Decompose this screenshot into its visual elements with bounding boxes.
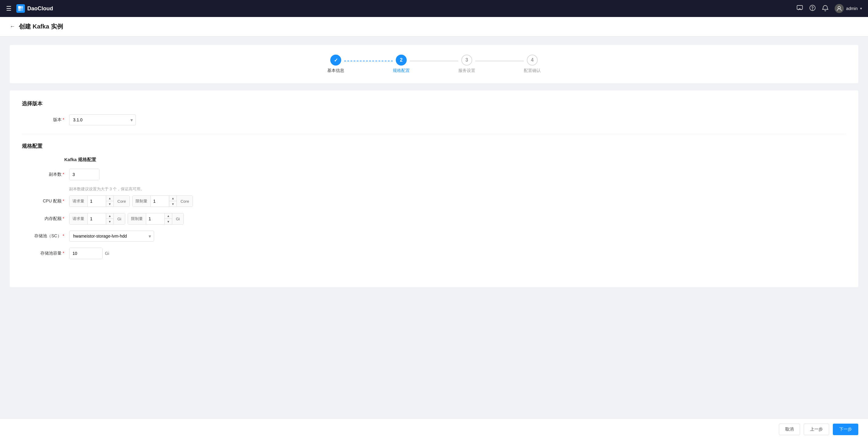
memory-limit-unit: Gi xyxy=(172,213,184,224)
user-menu[interactable]: admin ▾ xyxy=(835,4,862,13)
choose-version-title: 选择版本 xyxy=(22,100,846,107)
step-line-1 xyxy=(344,61,393,61)
replica-input-wrapper[interactable]: ▲ ▼ xyxy=(69,169,99,180)
prev-button[interactable]: 上一步 xyxy=(804,423,829,435)
cpu-limit-label: 限制量 xyxy=(132,196,151,207)
content-card: 选择版本 版本 3.1.0 3.0.0 2.8.1 ▾ 规格配置 Kafka 规… xyxy=(10,90,858,287)
step-1-circle: ✓ xyxy=(330,55,341,65)
logo-icon xyxy=(17,4,25,13)
memory-limit-decrement[interactable]: ▼ xyxy=(165,219,172,224)
cancel-button[interactable]: 取消 xyxy=(779,423,800,435)
memory-request-label: 请求量 xyxy=(69,213,88,224)
breadcrumb: ← 创建 Kafka 实例 xyxy=(0,17,868,36)
step-1: ✓ 基本信息 xyxy=(327,55,344,74)
version-select-wrapper[interactable]: 3.1.0 3.0.0 2.8.1 ▾ xyxy=(69,114,136,125)
back-button[interactable]: ← xyxy=(10,23,15,30)
storage-pool-row: 存储池（SC） hwameistor-storage-lvm-hdd defau… xyxy=(22,231,846,241)
cpu-request-input[interactable] xyxy=(88,196,106,207)
spec-config-title: 规格配置 xyxy=(22,143,846,150)
step-1-label: 基本信息 xyxy=(327,68,344,74)
notification-icon[interactable] xyxy=(822,5,829,13)
cpu-row: CPU 配额 请求量 ▲ ▼ Core 限制量 xyxy=(22,196,846,207)
replica-row: 副本数 ▲ ▼ xyxy=(22,169,846,180)
step-line-2 xyxy=(410,61,458,61)
cpu-request-label: 请求量 xyxy=(69,196,88,207)
memory-request-box[interactable]: 请求量 ▲ ▼ Gi xyxy=(69,213,125,225)
cpu-resource-group: 请求量 ▲ ▼ Core 限制量 ▲ ▼ xyxy=(69,196,193,207)
memory-request-increment[interactable]: ▲ xyxy=(106,213,114,219)
memory-request-unit: Gi xyxy=(114,213,125,224)
step-4-label: 配置确认 xyxy=(524,68,541,74)
storage-pool-label: 存储池（SC） xyxy=(22,233,64,239)
menu-icon[interactable]: ☰ xyxy=(6,5,11,12)
step-2-label: 规格配置 xyxy=(393,68,410,74)
cpu-limit-unit: Core xyxy=(177,196,193,207)
memory-label: 内存配额 xyxy=(22,216,64,222)
version-label: 版本 xyxy=(22,117,64,123)
version-select[interactable]: 3.1.0 3.0.0 2.8.1 xyxy=(69,114,136,125)
step-2-circle: 2 xyxy=(396,55,407,65)
storage-capacity-input-wrapper[interactable]: ▲ ▼ xyxy=(69,247,102,259)
step-3-circle: 3 xyxy=(461,55,472,65)
memory-limit-spinners: ▲ ▼ xyxy=(164,213,172,224)
divider-1 xyxy=(22,134,846,134)
footer: 取消 上一步 下一步 xyxy=(0,418,868,440)
memory-limit-box[interactable]: 限制量 ▲ ▼ Gi xyxy=(128,213,184,225)
svg-rect-3 xyxy=(21,8,23,11)
step-3-label: 服务设置 xyxy=(458,68,475,74)
next-button[interactable]: 下一步 xyxy=(833,423,858,435)
memory-row: 内存配额 请求量 ▲ ▼ Gi 限制量 xyxy=(22,213,846,225)
steps-card: ✓ 基本信息 2 规格配置 3 服务设置 xyxy=(10,45,858,83)
storage-pool-select-wrapper[interactable]: hwameistor-storage-lvm-hdd default local… xyxy=(69,231,154,241)
svg-rect-1 xyxy=(21,6,23,8)
help-icon[interactable] xyxy=(809,5,816,13)
cpu-request-box[interactable]: 请求量 ▲ ▼ Core xyxy=(69,196,130,207)
user-dropdown-icon: ▾ xyxy=(860,6,862,11)
step-4-circle: 4 xyxy=(527,55,538,65)
cpu-label: CPU 配额 xyxy=(22,199,64,204)
user-name: admin xyxy=(846,6,858,11)
version-row: 版本 3.1.0 3.0.0 2.8.1 ▾ xyxy=(22,114,846,125)
step-4: 4 配置确认 xyxy=(524,55,541,74)
memory-request-spinners: ▲ ▼ xyxy=(106,213,114,224)
storage-capacity-row: 存储池容量 ▲ ▼ Gi xyxy=(22,247,846,259)
logo-text: DaoCloud xyxy=(27,5,53,12)
cpu-limit-input[interactable] xyxy=(151,196,169,207)
memory-limit-input[interactable] xyxy=(146,213,164,224)
memory-request-input[interactable] xyxy=(88,213,106,224)
page-title: 创建 Kafka 实例 xyxy=(19,23,63,31)
storage-capacity-label: 存储池容量 xyxy=(22,251,64,256)
svg-rect-0 xyxy=(18,6,21,8)
cpu-limit-increment[interactable]: ▲ xyxy=(169,196,177,201)
app-header: ☰ DaoCloud xyxy=(0,0,868,17)
cpu-limit-spinners: ▲ ▼ xyxy=(169,196,177,207)
message-icon[interactable] xyxy=(797,5,803,13)
storage-capacity-input[interactable] xyxy=(69,248,102,259)
memory-limit-increment[interactable]: ▲ xyxy=(165,213,172,219)
svg-rect-2 xyxy=(18,8,21,11)
cpu-limit-box[interactable]: 限制量 ▲ ▼ Core xyxy=(132,196,193,207)
logo: DaoCloud xyxy=(17,4,53,13)
cpu-request-increment[interactable]: ▲ xyxy=(106,196,114,201)
storage-pool-select[interactable]: hwameistor-storage-lvm-hdd default local… xyxy=(69,231,154,241)
memory-request-decrement[interactable]: ▼ xyxy=(106,219,114,224)
replica-hint: 副本数建议设置为大于 3 个，保证高可用。 xyxy=(22,186,846,192)
storage-capacity-unit: Gi xyxy=(105,251,109,256)
memory-resource-group: 请求量 ▲ ▼ Gi 限制量 ▲ ▼ xyxy=(69,213,184,225)
cpu-request-unit: Core xyxy=(114,196,129,207)
step-3: 3 服务设置 xyxy=(458,55,475,74)
svg-point-6 xyxy=(812,9,812,10)
avatar xyxy=(835,4,844,13)
replica-label: 副本数 xyxy=(22,172,64,177)
cpu-limit-decrement[interactable]: ▼ xyxy=(169,201,177,207)
step-2: 2 规格配置 xyxy=(393,55,410,74)
cpu-request-decrement[interactable]: ▼ xyxy=(106,201,114,207)
step-line-3 xyxy=(475,61,524,61)
kafka-spec-subtitle: Kafka 规格配置 xyxy=(22,157,846,163)
replica-input[interactable] xyxy=(69,169,99,180)
cpu-request-spinners: ▲ ▼ xyxy=(106,196,114,207)
memory-limit-label: 限制量 xyxy=(128,213,146,224)
svg-point-7 xyxy=(838,6,840,9)
